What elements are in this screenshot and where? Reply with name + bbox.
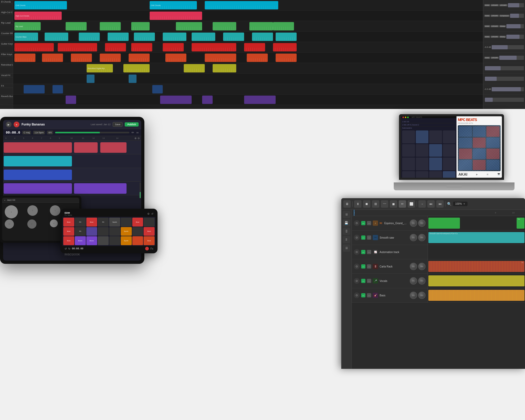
phone-pad-3[interactable]: Beat <box>86 218 97 227</box>
tablet-clip-1c[interactable] <box>100 142 127 153</box>
gear-button[interactable]: ⚙ <box>354 220 360 226</box>
phone-pad-1[interactable]: Beat <box>63 218 74 227</box>
clip-riplead-4[interactable] <box>131 22 150 30</box>
tablet-clip-1b[interactable] <box>74 142 98 153</box>
tablet-clip-4a[interactable] <box>4 183 72 194</box>
phone-pad-12[interactable] <box>98 227 109 236</box>
clip-retro-1[interactable]: RetroMod Digital Arp <box>87 64 113 72</box>
solo-button[interactable]: — <box>367 279 371 283</box>
gear-button[interactable]: ⚙ <box>354 264 360 269</box>
gear-button[interactable]: ⚙ <box>354 249 360 255</box>
solo-button[interactable]: — <box>367 221 371 225</box>
gear-button[interactable]: ⚙ <box>354 235 360 240</box>
gear-button[interactable]: ⚙ <box>354 292 360 298</box>
clip-reverb-4[interactable] <box>244 96 276 104</box>
monitor-button[interactable]: 🖥 <box>343 200 351 208</box>
clip-riplead-1[interactable]: Rip Lead <box>14 22 41 30</box>
clip-counter-6[interactable] <box>163 33 186 41</box>
play-button[interactable]: ▶ <box>6 122 12 127</box>
pencil-button[interactable]: ✏ <box>399 200 406 208</box>
mpc-pad-12[interactable] <box>443 158 456 170</box>
save-button[interactable]: Save <box>113 122 123 127</box>
mpc-pad-14[interactable] <box>416 171 429 178</box>
mixer-fader[interactable] <box>485 77 524 81</box>
phone-settings-icon[interactable]: ⚙ <box>147 212 150 215</box>
clip-gutter-1[interactable] <box>14 43 54 51</box>
rewind-button[interactable]: ⏮ <box>436 200 444 208</box>
pan-knob[interactable]: PAN <box>418 234 426 241</box>
carla-clip[interactable]: Va <box>428 261 524 272</box>
phone-pad-24[interactable]: Beat <box>144 236 155 245</box>
tablet-clip-4b[interactable] <box>74 183 127 194</box>
phone-pad-6[interactable] <box>121 218 132 227</box>
mixer-fader[interactable] <box>485 98 524 102</box>
clip-riplead-3[interactable] <box>100 22 121 30</box>
stop-button[interactable]: ⏹ <box>363 200 370 208</box>
vocals-clip[interactable] <box>428 275 524 286</box>
solo-button[interactable]: — <box>367 293 371 297</box>
clip-filter-1[interactable] <box>14 54 35 62</box>
mute-button[interactable]: — <box>361 293 365 297</box>
window-minimize-dot[interactable] <box>405 117 406 118</box>
pause-button[interactable]: ⏸ <box>354 200 361 208</box>
vol-knob[interactable]: VOL <box>410 292 417 299</box>
clip-reverb-1[interactable] <box>66 96 76 104</box>
phone-pad-15[interactable] <box>132 227 143 236</box>
sidebar-icon-2[interactable]: 💾 <box>343 219 350 227</box>
drum-pad-f[interactable]: F <box>27 219 36 229</box>
drum-pad-main[interactable]: 1 <box>5 205 18 218</box>
clip-counter-3[interactable] <box>79 33 100 41</box>
publish-button[interactable]: Publish <box>125 122 139 127</box>
phone-pad-10[interactable]: FX <box>75 227 86 236</box>
clip-retro-3[interactable] <box>184 64 205 72</box>
equinox-clip-1[interactable] <box>428 218 460 229</box>
clip-riplead-8[interactable] <box>273 22 294 30</box>
grid-icon[interactable]: ⊞ <box>487 173 489 176</box>
clip-counter-1[interactable]: Counter Blips <box>14 33 38 41</box>
phone-pad-20[interactable] <box>98 236 109 245</box>
drum-pad-small[interactable]: G <box>5 219 14 229</box>
pan-knob[interactable]: PAN <box>418 292 426 299</box>
volume-bar[interactable] <box>55 132 130 133</box>
equinox-clip-va[interactable]: Va <box>517 218 524 229</box>
sidebar-icon-5[interactable]: 🖥 <box>343 244 350 252</box>
smoothsaw-clip[interactable]: Smooth saw>Envelopes/LFOs>Cu <box>428 232 524 243</box>
record-button[interactable]: ● <box>14 122 19 127</box>
mpc-pad-2[interactable] <box>416 130 429 143</box>
phone-pad-2[interactable]: FX <box>75 218 86 227</box>
phone-pad-4[interactable]: FX <box>98 218 109 227</box>
phone-pad-18[interactable]: Beats <box>75 236 86 245</box>
clip-chill-chords-2[interactable]: Chill Chords <box>150 1 197 9</box>
phone-pad-19[interactable]: Beats <box>86 236 97 245</box>
clip-filter-7[interactable] <box>205 54 236 62</box>
phone-pad-14[interactable]: Synth <box>121 227 132 236</box>
phone-pad-7[interactable]: Beat <box>132 218 143 227</box>
clip-riplead-2[interactable] <box>66 22 87 30</box>
mute-button[interactable]: — <box>361 279 365 283</box>
drum-pad-t[interactable]: T <box>27 205 38 216</box>
vol-knob[interactable]: VOL <box>410 277 417 285</box>
clip-fx-1[interactable] <box>24 85 45 93</box>
mute-button[interactable]: — <box>361 250 365 254</box>
clip-filter-6[interactable] <box>165 54 186 62</box>
phone-pad-16[interactable]: Beat <box>144 227 155 236</box>
clip-counter-2[interactable] <box>45 33 68 41</box>
mixer-fader[interactable] <box>492 87 524 91</box>
tablet-clip-3a[interactable] <box>4 170 72 180</box>
phone-pad-21[interactable] <box>109 236 120 245</box>
pan-knob[interactable]: PAN <box>418 277 426 285</box>
loop-icon[interactable]: ∞ <box>136 131 139 134</box>
mixer-fader[interactable] <box>492 45 524 49</box>
sidebar-icon-4[interactable]: 🎚 <box>343 236 350 243</box>
clip-filter-8[interactable] <box>247 54 268 62</box>
solo-button[interactable]: — <box>367 264 371 269</box>
pan-knob[interactable]: PAN <box>418 219 426 227</box>
phone-pad-13[interactable] <box>109 227 120 236</box>
phone-pad-11[interactable] <box>86 227 97 236</box>
mixer-fader[interactable] <box>485 66 524 70</box>
clip-fx-2[interactable] <box>52 85 63 93</box>
phone-pad-5[interactable]: Synth <box>109 218 120 227</box>
mixer-fader[interactable] <box>510 14 524 18</box>
select-button[interactable]: ⬜ <box>408 200 415 208</box>
phone-pad-9[interactable]: Beat <box>63 227 74 236</box>
